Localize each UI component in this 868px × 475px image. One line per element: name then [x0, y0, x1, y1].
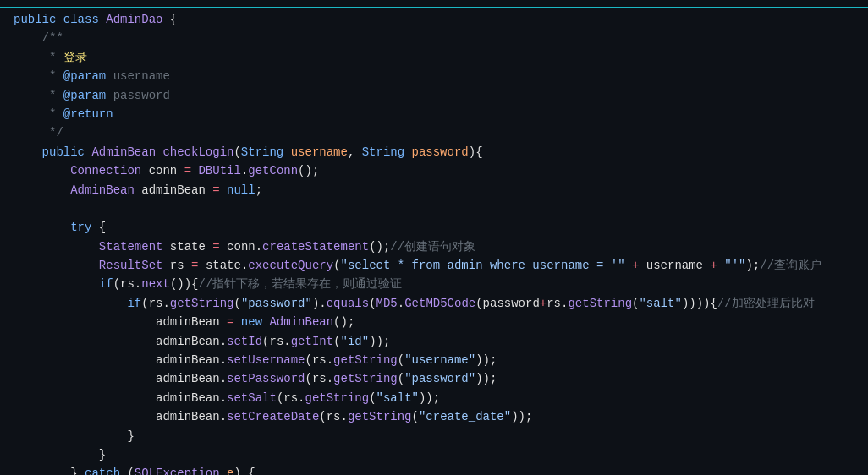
- code-line-18: adminBean.setId(rs.getInt("id"));: [0, 332, 868, 351]
- code-line-22: adminBean.setCreateDate(rs.getString("cr…: [0, 407, 868, 426]
- doc-comment-start: /**: [42, 29, 63, 47]
- code-line-9: Connection conn = DBUtil.getConn();: [0, 161, 868, 180]
- code-line-16: if(rs.getString("password").equals(MD5.G…: [0, 294, 868, 313]
- code-line-5: * @param password: [0, 86, 868, 105]
- code-line-14: ResultSet rs = state.executeQuery("selec…: [0, 256, 868, 275]
- code-line-13: Statement state = conn.createStatement()…: [0, 238, 868, 256]
- code-line-19: adminBean.setUsername(rs.getString("user…: [0, 351, 868, 369]
- code-line-21: adminBean.setSalt(rs.getString("salt"));: [0, 389, 868, 407]
- code-line-23: }: [0, 427, 868, 445]
- code-line-25: } catch (SQLException e) {: [0, 464, 868, 475]
- code-line-4: * @param username: [0, 67, 868, 85]
- code-line-15: if(rs.next()){//指针下移，若结果存在，则通过验证: [0, 275, 868, 293]
- code-line-1: public class AdminDao {: [0, 10, 868, 29]
- class-AdminDao: AdminDao: [106, 10, 170, 29]
- code-line-12: try {: [0, 218, 868, 237]
- code-line-20: adminBean.setPassword(rs.getString("pass…: [0, 369, 868, 388]
- code-line-11: [0, 199, 868, 218]
- code-line-7: */: [0, 123, 868, 142]
- keyword-class: class: [63, 10, 106, 29]
- keyword-public: public: [14, 10, 63, 29]
- code-line-6: * @return: [0, 105, 868, 123]
- code-line-3: * 登录: [0, 48, 868, 67]
- code-line-2: /**: [0, 29, 868, 47]
- code-line-10: AdminBean adminBean = null;: [0, 181, 868, 199]
- code-line-8: public AdminBean checkLogin(String usern…: [0, 143, 868, 161]
- code-editor: public class AdminDao { /** * 登录 * @para…: [0, 0, 868, 475]
- code-line-24: }: [0, 445, 868, 464]
- code-line-17: adminBean = new AdminBean();: [0, 313, 868, 331]
